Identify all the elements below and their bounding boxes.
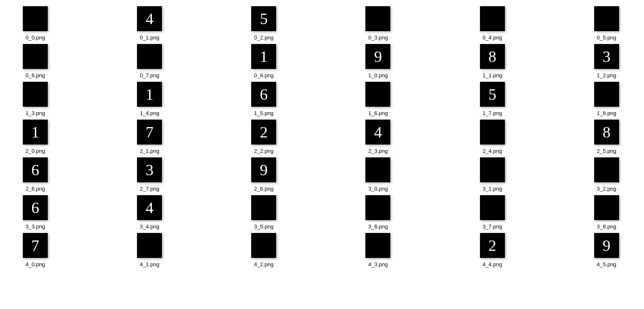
file-thumbnail: 3 (594, 44, 619, 69)
file-item[interactable]: 94_5.png (592, 233, 621, 267)
file-thumbnail (251, 233, 276, 258)
file-item[interactable]: 92_8.png (249, 157, 278, 192)
file-name-label: 2_3.png (368, 148, 388, 154)
file-item[interactable]: 3_1.png (478, 157, 507, 192)
file-name-label: 0_5.png (597, 34, 616, 41)
file-name-label: 0_0.png (26, 34, 45, 41)
file-item[interactable]: 51_7.png (478, 82, 507, 116)
file-thumbnail (23, 82, 48, 107)
file-item[interactable]: 91_0.png (363, 44, 392, 78)
file-name-label: 0_7.png (140, 72, 159, 78)
file-thumbnail (480, 6, 505, 31)
file-item[interactable]: 72_1.png (135, 120, 164, 154)
file-name-label: 4_2.png (254, 261, 274, 267)
file-item[interactable]: 50_2.png (249, 6, 278, 41)
file-thumbnail: 4 (365, 120, 390, 145)
file-thumbnail (594, 6, 619, 31)
file-thumbnail: 8 (480, 44, 505, 69)
file-item[interactable]: 0_0.png (21, 6, 50, 41)
file-item[interactable]: 22_2.png (249, 120, 278, 154)
file-thumbnail-grid: 0_0.png40_1.png50_2.png0_3.png0_4.png0_5… (21, 6, 623, 267)
file-item[interactable]: 3_6.png (363, 195, 392, 230)
file-item[interactable]: 3_0.png (363, 157, 392, 192)
file-item[interactable]: 0_6.png (21, 44, 50, 78)
file-thumbnail: 9 (365, 44, 390, 69)
file-item[interactable]: 0_7.png (135, 44, 164, 78)
file-name-label: 1_7.png (482, 110, 502, 116)
file-thumbnail (365, 233, 390, 258)
file-name-label: 0_2.png (254, 34, 274, 41)
file-thumbnail: 2 (480, 233, 505, 258)
file-item[interactable]: 42_3.png (363, 120, 392, 154)
file-item[interactable]: 1_8.png (592, 82, 621, 116)
file-name-label: 3_7.png (482, 223, 502, 230)
file-thumbnail: 7 (137, 120, 162, 145)
file-name-label: 4_3.png (368, 261, 388, 267)
file-item[interactable]: 43_4.png (135, 195, 164, 230)
file-name-label: 4_1.png (140, 261, 159, 267)
file-name-label: 2_4.png (482, 148, 502, 154)
file-name-label: 4_5.png (597, 261, 616, 267)
file-item[interactable]: 1_3.png (21, 82, 50, 116)
file-item[interactable]: 4_1.png (135, 233, 164, 267)
file-item[interactable]: 61_5.png (249, 82, 278, 116)
file-item[interactable]: 3_7.png (478, 195, 507, 230)
file-thumbnail: 5 (480, 82, 505, 107)
file-item[interactable]: 12_0.png (21, 120, 50, 154)
file-item[interactable]: 3_5.png (249, 195, 278, 230)
file-name-label: 2_5.png (597, 148, 616, 154)
file-name-label: 1_1.png (482, 72, 502, 78)
file-name-label: 0_4.png (482, 34, 502, 41)
file-item[interactable]: 3_8.png (592, 195, 621, 230)
file-item[interactable]: 31_2.png (592, 44, 621, 78)
file-thumbnail: 4 (137, 195, 162, 220)
file-name-label: 1_8.png (597, 110, 616, 116)
file-item[interactable]: 62_6.png (21, 157, 50, 192)
file-thumbnail (251, 195, 276, 220)
file-item[interactable]: 0_3.png (363, 6, 392, 41)
file-item[interactable]: 74_0.png (21, 233, 50, 267)
file-item[interactable]: 63_3.png (21, 195, 50, 230)
file-name-label: 2_1.png (140, 148, 159, 154)
file-item[interactable]: 3_2.png (592, 157, 621, 192)
file-thumbnail: 3 (137, 157, 162, 182)
file-thumbnail: 1 (137, 82, 162, 107)
file-thumbnail: 6 (23, 157, 48, 182)
file-name-label: 2_6.png (26, 186, 45, 192)
file-item[interactable]: 11_4.png (135, 82, 164, 116)
file-item[interactable]: 32_7.png (135, 157, 164, 192)
file-item[interactable]: 24_4.png (478, 233, 507, 267)
file-name-label: 2_7.png (140, 186, 159, 192)
file-thumbnail: 8 (594, 120, 619, 145)
file-name-label: 3_2.png (597, 186, 616, 192)
file-name-label: 3_4.png (140, 223, 159, 230)
file-thumbnail: 2 (251, 120, 276, 145)
file-thumbnail (480, 120, 505, 145)
file-name-label: 0_8.png (254, 72, 274, 78)
file-name-label: 0_3.png (368, 34, 388, 41)
file-name-label: 1_2.png (597, 72, 616, 78)
file-thumbnail (23, 6, 48, 31)
file-item[interactable]: 4_2.png (249, 233, 278, 267)
file-item[interactable]: 40_1.png (135, 6, 164, 41)
file-name-label: 3_1.png (482, 186, 502, 192)
file-item[interactable]: 4_3.png (363, 233, 392, 267)
file-name-label: 1_6.png (368, 110, 388, 116)
file-thumbnail (365, 82, 390, 107)
file-item[interactable]: 10_8.png (249, 44, 278, 78)
file-name-label: 3_0.png (368, 186, 388, 192)
file-name-label: 2_2.png (254, 148, 274, 154)
file-name-label: 1_0.png (368, 72, 388, 78)
file-item[interactable]: 0_4.png (478, 6, 507, 41)
file-thumbnail (365, 157, 390, 182)
file-item[interactable]: 81_1.png (478, 44, 507, 78)
file-thumbnail (480, 195, 505, 220)
file-item[interactable]: 1_6.png (363, 82, 392, 116)
file-item[interactable]: 2_4.png (478, 120, 507, 154)
file-item[interactable]: 0_5.png (592, 6, 621, 41)
file-item[interactable]: 82_5.png (592, 120, 621, 154)
file-name-label: 4_0.png (26, 261, 45, 267)
file-thumbnail: 4 (137, 6, 162, 31)
file-name-label: 4_4.png (482, 261, 502, 267)
file-thumbnail: 1 (251, 44, 276, 69)
